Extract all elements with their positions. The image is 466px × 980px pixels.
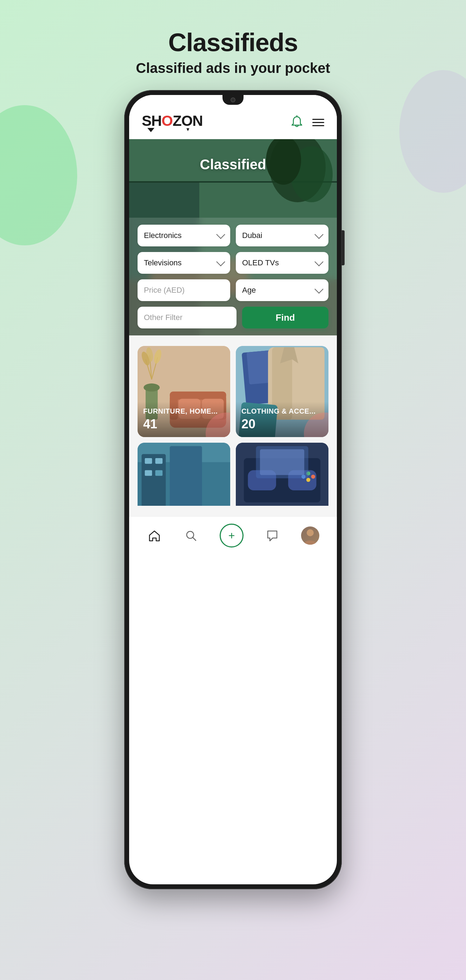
header-icons [290,115,324,129]
subcategory-chevron-icon [216,257,225,266]
bottom-nav: + [129,516,337,562]
filter-row-1: Electronics Dubai [137,225,329,247]
category-card-furniture[interactable]: FURNITURE, HOME... 41 [137,346,230,437]
category-chevron-icon [216,230,225,239]
svg-point-47 [311,474,315,479]
other-filter-input[interactable]: Other Filter [137,307,236,328]
profile-avatar [301,527,319,545]
page-title: Classifieds [136,28,330,57]
menu-line-3 [312,125,324,126]
chat-icon [265,528,280,543]
menu-line-2 [312,122,324,123]
age-select[interactable]: Age [236,279,329,301]
find-button-label: Find [276,312,295,323]
svg-point-25 [206,412,230,437]
location-chevron-icon [314,230,323,239]
svg-point-54 [307,529,314,536]
nav-search[interactable] [183,528,199,543]
app-logo: SHOZON [142,113,203,132]
notch-camera [231,97,235,102]
svg-rect-20 [170,391,226,399]
location-value: Dubai [242,231,262,240]
age-chevron-icon [314,285,323,293]
category-value: Electronics [144,231,182,240]
bg-blob-right [399,70,466,193]
notch [222,95,244,105]
menu-icon[interactable] [312,119,324,126]
subcategory-select[interactable]: Televisions [137,252,230,274]
hero-banner: Classified Electronics Dubai [129,139,337,336]
svg-point-12 [144,383,160,391]
bg-blob-left [0,105,77,245]
filter-panel: Electronics Dubai Televisions [129,218,337,336]
svg-rect-40 [145,470,152,476]
category-card-clothing[interactable]: CLOTHING & ACCE... 20 [236,346,329,437]
search-icon [183,528,199,543]
hero-title: Classified [200,157,267,172]
nav-home[interactable] [147,528,162,543]
phone-screen: SHOZON [129,95,337,884]
category-select[interactable]: Electronics [137,225,230,247]
category-card-partial1[interactable] [137,443,230,506]
price-input[interactable]: Price (AED) [137,279,230,301]
find-button[interactable]: Find [242,307,329,328]
phone-frame: SHOZON [124,90,342,889]
type-chevron-icon [314,257,323,266]
age-value: Age [242,286,256,295]
menu-line-1 [312,119,324,120]
filter-row-2: Televisions OLED TVs [137,252,329,274]
phone-wrapper: SHOZON [124,90,342,889]
home-icon [147,528,162,543]
svg-rect-38 [145,458,152,464]
svg-marker-0 [147,128,155,132]
svg-rect-41 [155,470,163,476]
other-filter-placeholder: Other Filter [144,313,182,322]
svg-rect-39 [155,458,163,464]
category-card-partial2[interactable] [236,443,329,506]
type-value: OLED TVs [242,258,279,267]
category-grid: FURNITURE, HOME... 41 [137,346,329,506]
price-placeholder: Price (AED) [144,286,185,295]
add-icon: + [228,530,235,541]
page-subtitle: Classified ads in your pocket [136,60,330,76]
svg-rect-37 [170,446,202,506]
type-select[interactable]: OLED TVs [236,252,329,274]
subcategory-value: Televisions [144,258,182,267]
bell-icon[interactable] [290,115,304,129]
svg-point-49 [306,478,310,482]
location-select[interactable]: Dubai [236,225,329,247]
svg-line-53 [193,537,196,541]
nav-chat[interactable] [265,528,280,543]
svg-point-33 [304,412,329,437]
nav-profile[interactable] [301,527,319,545]
content-area: FURNITURE, HOME... 41 [129,336,337,516]
filter-row-4: Other Filter Find [137,307,329,328]
page-header: Classifieds Classified ads in your pocke… [136,28,330,76]
nav-add-button[interactable]: + [220,523,244,547]
filter-row-3: Price (AED) Age [137,279,329,301]
svg-rect-51 [260,449,304,475]
